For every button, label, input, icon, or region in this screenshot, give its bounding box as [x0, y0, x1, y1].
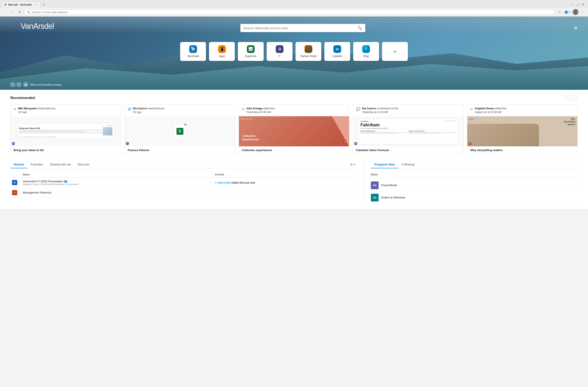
recommended-prev-arrow[interactable]: ‹	[564, 95, 570, 101]
hero-footer: ‹ › ▶ Wild and beautiful Alaska	[10, 82, 61, 87]
tab-frequent-sites[interactable]: Frequent sites	[371, 161, 399, 168]
tab-discover[interactable]: Discover	[74, 161, 93, 168]
word-brand-name: VanArsdel	[106, 125, 112, 126]
profile-avatar[interactable]: 👤	[572, 9, 579, 15]
rec-card-collective[interactable]: ✏ Alba Arteaga edited this Yesterday at …	[239, 104, 349, 154]
rec-card-header-5: ✏ Angeline Evans edited this August 1st …	[467, 105, 577, 116]
rec-card-meta-3: Alba Arteaga edited this Yesterday at 9:…	[246, 107, 275, 114]
chat-icon-4: 💬	[356, 107, 360, 111]
file-activity-cell-1: ✏ Maria Allik edited this just now	[213, 177, 355, 188]
refresh-button[interactable]: ↻	[17, 9, 22, 15]
minimize-button[interactable]: ─	[571, 3, 573, 6]
rec-card-title-3: Collective experiences	[239, 146, 349, 154]
rec-card-fabrikam[interactable]: 💬 Ela Carerro commented on this Yesterda…	[353, 104, 463, 154]
files-table-header-row: Name Activity	[10, 172, 355, 178]
activity-edit-icon-1: ✏	[215, 181, 218, 184]
rec-card-storytelling[interactable]: ✏ Angeline Evans edited this August 1st …	[467, 104, 578, 154]
shortcut-partner-label: Partner Portal	[300, 55, 316, 58]
file-icon-cell-1: W	[10, 177, 21, 188]
hero-prev-button[interactable]: ‹	[10, 82, 16, 87]
freq-site-fiscal-month[interactable]: FM Fiscal Month	[371, 179, 578, 192]
file-shared-icon-1: 👥	[64, 180, 67, 183]
left-panel: Recent Favorites Shared with me Discover…	[10, 161, 355, 204]
file-row-management-shareout[interactable]: P Management Shareout	[10, 188, 355, 197]
rec-card-preview-1: VanArsdel Bring your ideas to life All o…	[11, 116, 121, 146]
rec-card-bring-ideas[interactable]: ✏ Miki Maruyama shared with you 1hr ago …	[10, 104, 121, 154]
shortcut-vanarsdel[interactable]: 📡 VanArsdel	[180, 42, 206, 61]
hero-search-input[interactable]	[243, 26, 356, 30]
freq-site-orders-deliveries[interactable]: OD Orders & Deliveries	[371, 192, 578, 204]
vanarsdel-icon: 📡	[189, 45, 197, 53]
rec-card-finance-planner[interactable]: @ Ela Carerro mentioned you 2hr ago X X …	[125, 104, 235, 154]
col-activity-header: Activity	[213, 172, 355, 178]
favorites-button[interactable]: ☆	[557, 9, 562, 15]
file-tab-nav: Recent Favorites Shared with me Discover…	[10, 161, 355, 168]
rec-user-3: Alba Arteaga	[246, 107, 262, 110]
close-window-button[interactable]: ✕	[582, 3, 585, 6]
fabrikam-doc-preview: Creativity. VanArsdel Edition No. 1 Fabr…	[358, 118, 458, 144]
recommended-next-arrow[interactable]: ›	[572, 95, 578, 101]
rec-card-header-1: ✏ Miki Maruyama shared with you 1hr ago	[11, 105, 121, 116]
file-row-vanarsdel-fy2020[interactable]: W VanArsdel FY 2020 Presentation 👥 Angel…	[10, 177, 355, 188]
shortcut-add[interactable]: ＋	[382, 42, 408, 61]
rec-card-title-2: Finance Planner	[125, 146, 235, 154]
shortcut-bing[interactable]: ᵇ Bing	[353, 42, 379, 61]
shortcut-linkedin[interactable]: in LinkedIn	[324, 42, 350, 61]
avatar-image: 👤	[573, 10, 578, 14]
shortcut-it[interactable]: 🖥 IT	[267, 42, 293, 61]
recommended-title: Recommended	[10, 96, 35, 100]
story-title-overlay: Why storytelling matters	[561, 118, 575, 126]
settings-gear-button[interactable]: ⚙	[574, 25, 578, 31]
tabs-section: Recent Favorites Shared with me Discover…	[10, 161, 578, 204]
recommended-section-header: Recommended ‹ ›	[10, 95, 578, 101]
ppt-badge-3: P	[343, 141, 347, 144]
back-button[interactable]: ←	[2, 9, 8, 15]
ppt-title-overlay: CollectiveExperiences	[242, 134, 259, 141]
rec-user-5: Angeline Evans	[475, 107, 494, 110]
apps-icon: 📱	[218, 45, 226, 53]
right-panel: Frequent sites Following Name FM Fiscal …	[364, 161, 578, 204]
fab-tagline-text: In 2019, VanArsdel's worldwide sales top…	[360, 128, 456, 129]
activity-action-1: edited this just now	[231, 181, 255, 184]
excel-file-icon: X	[173, 124, 186, 139]
shortcut-apps[interactable]: 📱 Apps	[209, 42, 235, 61]
shortcut-expenses[interactable]: 📊 Expenses	[238, 42, 264, 61]
active-tab[interactable]: ⊞ New tab - VanArsdel ×	[2, 1, 41, 8]
browser-controls: ← → ↻ 🔍 ☆ ▾ 👤 ⋯	[0, 8, 588, 16]
hero-search-bar[interactable]: 🔍	[240, 24, 365, 32]
word-doc-image	[103, 127, 112, 135]
tab-favorites[interactable]: Favorites	[27, 161, 47, 168]
rec-user-1: Miki Maruyama	[18, 107, 37, 110]
hero-next-button[interactable]: ›	[16, 82, 21, 87]
rec-card-meta-5: Angeline Evans edited this August 1st at…	[475, 107, 506, 114]
tab-recent[interactable]: Recent	[10, 161, 27, 168]
address-input[interactable]	[32, 11, 552, 14]
new-tab-button[interactable]: +	[41, 2, 46, 6]
word-footer-text: All of our collective experiences make u…	[19, 136, 112, 138]
fab-articles-row: Why storytelling matters Brand is crafte…	[360, 130, 456, 134]
tab-following[interactable]: Following	[399, 161, 418, 168]
edge-icon-button[interactable]: ▾	[564, 9, 571, 15]
shortcut-it-label: IT	[278, 55, 281, 58]
tab-close-button[interactable]: ×	[34, 3, 38, 6]
rec-time-3: Yesterday at 9:35 AM	[246, 111, 271, 114]
files-table: Name Activity W VanArsdel FY 2020 Presen…	[10, 172, 355, 198]
rec-card-meta-2: Ela Carerro mentioned you 2hr ago	[133, 107, 165, 114]
maximize-button[interactable]: ⬜	[576, 3, 579, 6]
recommended-cards-row: ✏ Miki Maruyama shared with you 1hr ago …	[10, 104, 578, 154]
file-name-cell-1: VanArsdel FY 2020 Presentation 👥 Angelin…	[21, 177, 213, 188]
settings-more-button[interactable]: ⋯	[580, 9, 586, 15]
file-activity-cell-2	[213, 188, 355, 197]
hero-play-button[interactable]: ▶	[23, 82, 28, 87]
address-bar[interactable]: 🔍	[24, 9, 555, 15]
filter-button[interactable]: ☰ ▾	[350, 163, 355, 166]
rec-time-4: Yesterday at 11:03 AM	[362, 111, 388, 114]
tab-shared-with-me[interactable]: Shared with me	[46, 161, 74, 168]
forward-button[interactable]: →	[10, 9, 16, 15]
ppt-badge-5: P	[469, 142, 471, 145]
fiscal-month-name: Fiscal Month	[381, 184, 397, 187]
fab-brand-name: Fabrikam	[360, 123, 456, 127]
shortcut-partner-portal[interactable]: 💼 Partner Portal	[295, 42, 321, 61]
expenses-icon: 📊	[247, 45, 255, 53]
filter-arrow-icon: ▾	[354, 163, 355, 166]
